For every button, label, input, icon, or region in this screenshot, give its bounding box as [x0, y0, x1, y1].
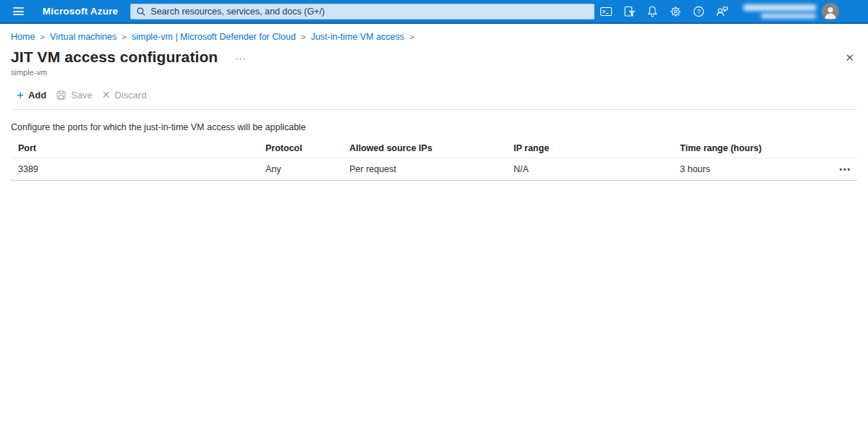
cloud-shell-icon[interactable] — [595, 0, 618, 23]
account-info-blurred — [744, 4, 816, 19]
directories-subscriptions-icon[interactable] — [618, 0, 641, 23]
header-time-range: Time range (hours) — [673, 143, 825, 153]
header-allowed-source-ips: Allowed source IPs — [342, 143, 506, 153]
cell-time-range: 3 hours — [673, 164, 825, 174]
toolbar-divider — [11, 109, 857, 110]
discard-button-label: Discard — [115, 90, 147, 101]
save-button-label: Save — [71, 90, 93, 101]
notifications-bell-icon[interactable] — [641, 0, 664, 23]
azure-top-bar: Microsoft Azure — [0, 0, 868, 24]
cell-port: 3389 — [11, 164, 258, 174]
breadcrumb-separator: > — [301, 33, 306, 41]
breadcrumb-separator: > — [40, 33, 45, 41]
more-actions-icon[interactable]: ··· — [235, 51, 246, 63]
settings-gear-icon[interactable] — [664, 0, 687, 23]
ports-description: Configure the ports for which the just-i… — [11, 122, 868, 132]
add-button[interactable]: + Add — [17, 89, 46, 101]
cell-ip-range: N/A — [506, 164, 673, 174]
breadcrumb-separator: > — [122, 33, 127, 41]
page-subtitle: simple-vm — [11, 68, 868, 77]
feedback-icon[interactable] — [710, 0, 733, 23]
header-port: Port — [11, 143, 258, 153]
account-email-blurred — [744, 4, 816, 11]
breadcrumb: Home > Virtual machines > simple-vm | Mi… — [0, 24, 868, 42]
avatar[interactable] — [822, 3, 839, 20]
ports-table: Port Protocol Allowed source IPs IP rang… — [11, 139, 857, 181]
azure-brand-title[interactable]: Microsoft Azure — [43, 6, 119, 17]
discard-button[interactable]: ✕ Discard — [102, 90, 147, 101]
cell-protocol: Any — [258, 164, 342, 174]
header-protocol: Protocol — [258, 143, 342, 153]
topbar-icon-group: ? — [595, 0, 733, 23]
hamburger-menu-icon[interactable] — [13, 7, 24, 15]
global-search-box[interactable] — [130, 4, 595, 20]
help-icon[interactable]: ? — [687, 0, 710, 23]
table-header-row: Port Protocol Allowed source IPs IP rang… — [11, 139, 857, 158]
save-icon — [56, 90, 67, 101]
breadcrumb-virtual-machines[interactable]: Virtual machines — [50, 32, 116, 42]
search-input[interactable] — [150, 7, 589, 17]
cell-allowed-source-ips: Per request — [342, 164, 506, 174]
page-header: JIT VM access configuration ··· ✕ simple… — [0, 48, 868, 77]
breadcrumb-defender-for-cloud[interactable]: simple-vm | Microsoft Defender for Cloud — [132, 32, 296, 42]
row-context-menu-icon[interactable]: ••• — [839, 166, 851, 174]
save-button[interactable]: Save — [56, 90, 93, 101]
discard-x-icon: ✕ — [102, 90, 111, 100]
breadcrumb-jit-vm-access[interactable]: Just-in-time VM access — [311, 32, 404, 42]
command-bar: + Add Save ✕ Discard — [0, 86, 868, 103]
search-icon — [136, 7, 146, 17]
account-directory-blurred — [761, 13, 816, 19]
plus-icon: + — [17, 89, 24, 101]
table-row[interactable]: 3389 Any Per request N/A 3 hours ••• — [11, 158, 857, 181]
svg-text:?: ? — [697, 8, 700, 15]
add-button-label: Add — [28, 90, 46, 101]
breadcrumb-home[interactable]: Home — [11, 32, 35, 42]
breadcrumb-separator: > — [409, 33, 414, 41]
header-ip-range: IP range — [506, 143, 673, 153]
page-title: JIT VM access configuration — [11, 48, 218, 66]
close-icon[interactable]: ✕ — [845, 52, 854, 63]
account-menu[interactable] — [744, 3, 839, 20]
